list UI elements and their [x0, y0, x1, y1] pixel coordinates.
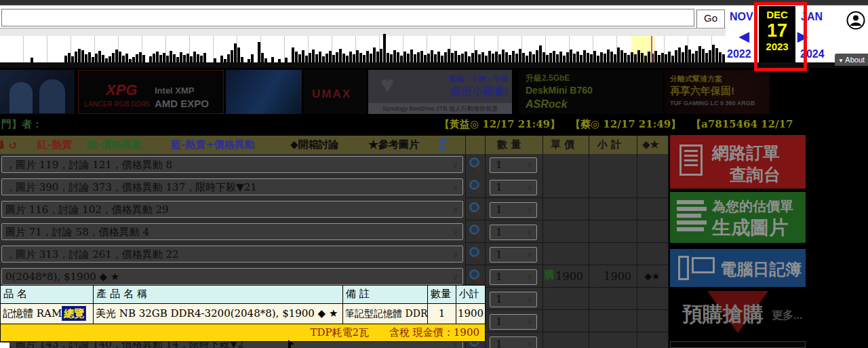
month-prev[interactable]: NOV: [730, 11, 753, 23]
histogram-bar: [427, 54, 430, 62]
histogram-bar: [573, 54, 576, 62]
histogram-bar: [539, 45, 542, 62]
pc-tower-icon: [678, 256, 689, 280]
magnifier-icon[interactable]: [469, 247, 479, 257]
chevron-down-icon: ∨: [527, 203, 532, 217]
magnifier-icon[interactable]: [469, 180, 479, 190]
current-date-box[interactable]: DEC 17 2023: [759, 6, 795, 62]
tooltip-subtotal-cell: 1900: [456, 303, 485, 324]
histogram-bar: [136, 54, 138, 62]
magnifier-icon[interactable]: [469, 225, 479, 235]
histogram-bar: [397, 52, 399, 62]
col-header-qty: 數 量: [497, 138, 521, 151]
product-select[interactable]: ，圖片 119，討論 121，價格異動 8∨: [1, 156, 463, 173]
histogram-bar: [298, 54, 301, 62]
chevron-down-icon: ∨: [452, 201, 458, 218]
tooltip-header-note: 備註: [343, 286, 428, 303]
arrow-right-icon[interactable]: ▶: [797, 28, 808, 44]
magnifier-icon[interactable]: [469, 157, 479, 168]
ad-banner-xpg-lancer[interactable]: XPG Intel XMP LANCER RGB DDR5 AMD EXPO: [78, 70, 224, 114]
histogram-bar: [631, 52, 633, 62]
histogram-bar: [149, 56, 152, 62]
histogram-bar: [102, 55, 104, 62]
product-select[interactable]: 圖片 116，討論 102，價格異動 29∨: [1, 201, 463, 218]
histogram-bar: [370, 54, 372, 62]
histogram-bar: [241, 57, 243, 62]
sidebar-pc-diary-button[interactable]: 電腦日記簿: [670, 249, 806, 287]
quantity-select[interactable]: 1∨: [490, 202, 537, 218]
magnifier-icon[interactable]: [469, 269, 479, 279]
histogram-bar: [203, 53, 206, 62]
histogram-bar: [668, 52, 671, 62]
histogram-bar: [509, 55, 511, 62]
go-button[interactable]: Go: [696, 9, 725, 28]
product-select[interactable]: ，圖片 313，討論 261，價格異動 22∨: [1, 246, 463, 263]
product-select[interactable]: ，圖片 390，討論 373，價格異動 137，限時下殺▼21∨: [1, 178, 463, 195]
chevron-down-icon: ∨: [527, 337, 532, 348]
histogram-bar: [661, 53, 664, 62]
sidebar-next-banner[interactable]: [670, 341, 806, 348]
ad-banner-ram-image[interactable]: [226, 70, 302, 114]
histogram-bar: [604, 54, 606, 62]
sidebar-generate-image-button[interactable]: 為您的估價單 生成圖片: [670, 192, 806, 243]
product-info-tooltip: 品名 產品名稱 備註 數量 小計 記憶體 RAM總覽 美光 NB 32GB DD…: [0, 285, 486, 342]
quantity-select[interactable]: 1∨: [490, 180, 537, 195]
user-flag-icon[interactable]: [437, 138, 447, 151]
histogram-bar: [549, 53, 552, 62]
quantity-select[interactable]: 1∨: [490, 292, 537, 307]
histogram-bar: [271, 57, 274, 62]
ad-banner-beedrive[interactable]: ♥ 電腦・手機・平板 備份小蜜書! Synology BeeDrive 2TB …: [368, 70, 512, 114]
histogram-bar: [648, 52, 650, 62]
histogram-bar: [285, 58, 288, 62]
product-select[interactable]: 0(2048*8), $1900 ◆ ★∨: [1, 268, 463, 285]
histogram-bar: [570, 50, 572, 62]
histogram-bar: [614, 54, 616, 62]
list-image-icon: [677, 200, 707, 231]
histogram-bar: [526, 56, 528, 62]
quantity-select[interactable]: 1∨: [490, 247, 537, 263]
histogram-bar: [407, 54, 410, 62]
histogram-bar: [302, 50, 304, 62]
ad-banner-tuf[interactable]: 分離式幫浦方案 再享六年保固! TUF GAMING LC II 360 ARG…: [665, 70, 770, 114]
undo-icon[interactable]: ↺: [8, 138, 18, 152]
arrow-left-icon[interactable]: ◀: [739, 28, 749, 44]
histogram-bar: [237, 47, 240, 62]
quantity-select[interactable]: 1∨: [490, 314, 537, 330]
quantity-select[interactable]: 1∨: [490, 336, 537, 348]
account-icon[interactable]: [846, 10, 866, 31]
product-select[interactable]: 圖片 71，討論 58，價格異動 4∨: [1, 223, 463, 240]
sidebar-order-lookup-button[interactable]: 網路訂單 查詢台: [670, 135, 806, 189]
month-next[interactable]: JAN: [801, 11, 823, 23]
search-input[interactable]: [1, 9, 694, 26]
histogram-bar: [698, 46, 701, 62]
overview-badge[interactable]: 總覽: [62, 306, 86, 321]
histogram-bar: [142, 55, 145, 62]
histogram-bar: [641, 53, 644, 62]
quantity-select[interactable]: 1∨: [490, 225, 537, 240]
histogram-bar: [580, 55, 583, 62]
sidebar-preorder-button[interactable]: 預購搶購 更多...: [670, 287, 806, 337]
ad-banner-umax[interactable]: UMAX: [304, 70, 366, 114]
year-prev[interactable]: 2022: [727, 48, 751, 60]
histogram-bar: [542, 52, 545, 62]
activity-histogram[interactable]: [0, 28, 726, 62]
quantity-select[interactable]: 1∨: [490, 269, 537, 285]
table-row: ，圖片 313，討論 261，價格異動 22∨ 1∨: [0, 244, 668, 266]
histogram-bar: [563, 56, 566, 62]
histogram-bar: [682, 52, 684, 62]
histogram-bar: [64, 56, 67, 62]
ad-banner-asrock[interactable]: 升級2.5GbE DeskMini B760 ASRock: [519, 70, 663, 114]
quantity-select[interactable]: 1∨: [490, 157, 537, 173]
histogram-bar: [85, 54, 87, 62]
magnifier-icon[interactable]: [469, 202, 479, 212]
ad-banner-xpg-people[interactable]: [0, 70, 75, 114]
histogram-bar: [336, 52, 338, 62]
tooltip-header-subtotal: 小計: [456, 286, 485, 303]
chevron-down-icon: ∨: [452, 224, 458, 240]
tooltip-category-cell: 記憶體 RAM總覽: [1, 303, 94, 324]
histogram-bar: [261, 53, 264, 62]
histogram-bar: [417, 52, 420, 62]
about-button[interactable]: ▼ About: [835, 54, 868, 66]
histogram-bar: [695, 51, 698, 62]
year-next[interactable]: 2024: [800, 48, 825, 60]
